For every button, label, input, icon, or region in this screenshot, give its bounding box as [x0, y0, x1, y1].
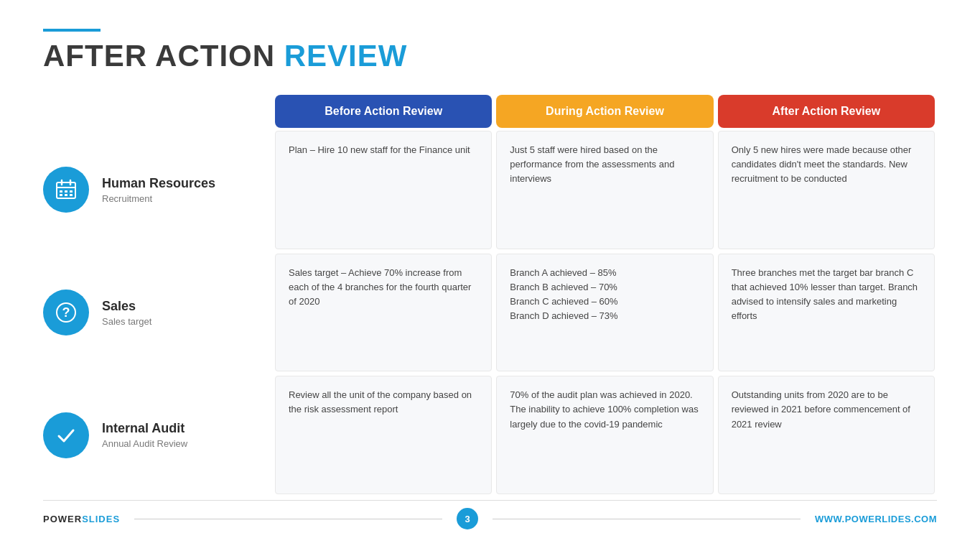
question-icon: ?	[55, 301, 78, 324]
footer: POWERSLIDES 3 WWW.POWERLIDES.COM	[43, 500, 937, 529]
sales-before-cell: Sales target – Achieve 70% increase from…	[275, 254, 492, 372]
page: AFTER ACTION REVIEW Before Action Review…	[0, 0, 980, 551]
table-section: Before Action Review During Action Revie…	[43, 95, 937, 494]
main-title: AFTER ACTION REVIEW	[43, 39, 937, 73]
calendar-icon	[55, 178, 78, 201]
audit-before-cell: Review all the unit of the company based…	[275, 376, 492, 494]
sales-title: Sales	[102, 299, 151, 314]
sales-label-text: Sales Sales target	[102, 299, 151, 327]
title-bar	[43, 29, 101, 32]
hr-subtitle: Recruitment	[102, 193, 215, 204]
footer-line-right	[493, 519, 801, 519]
row-label-sales: ? Sales Sales target	[43, 254, 273, 372]
svg-rect-6	[70, 190, 73, 193]
footer-website: WWW.POWERLIDES.COM	[815, 514, 937, 524]
sales-after-text: Three branches met the target bar branch…	[732, 266, 921, 324]
hr-icon-circle	[43, 167, 89, 213]
title-section: AFTER ACTION REVIEW	[43, 29, 937, 73]
audit-after-text: Outstanding units from 2020 are to be re…	[732, 388, 921, 431]
row-label-audit: Internal Audit Annual Audit Review	[43, 376, 273, 494]
svg-text:?: ?	[62, 305, 70, 320]
hr-after-text: Only 5 new hires were made because other…	[732, 143, 921, 186]
hr-during-text: Just 5 staff were hired based on the per…	[510, 143, 699, 186]
sales-during-text: Branch A achieved – 85% Branch B achieve…	[510, 266, 617, 324]
hr-title: Human Resources	[102, 176, 215, 191]
check-icon	[55, 424, 78, 447]
hr-label-text: Human Resources Recruitment	[102, 176, 215, 204]
title-part2: REVIEW	[284, 39, 408, 73]
svg-rect-8	[65, 194, 67, 196]
col-header-before: Before Action Review	[275, 95, 492, 128]
audit-subtitle: Annual Audit Review	[102, 438, 187, 449]
table-row: Internal Audit Annual Audit Review Revie…	[43, 376, 937, 494]
col-header-after: After Action Review	[718, 95, 935, 128]
audit-label-text: Internal Audit Annual Audit Review	[102, 421, 187, 449]
sales-before-text: Sales target – Achieve 70% increase from…	[289, 266, 478, 309]
svg-rect-9	[70, 194, 73, 196]
table-row: ? Sales Sales target Sales target – Achi…	[43, 254, 937, 372]
sales-during-cell: Branch A achieved – 85% Branch B achieve…	[496, 254, 713, 372]
footer-line-left	[134, 519, 442, 519]
hr-before-text: Plan – Hire 10 new staff for the Finance…	[289, 143, 470, 157]
footer-brand-bold: POWER	[43, 514, 82, 524]
audit-title: Internal Audit	[102, 421, 187, 436]
col-header-during: During Action Review	[496, 95, 713, 128]
audit-icon-circle	[43, 412, 89, 458]
hr-during-cell: Just 5 staff were hired based on the per…	[496, 131, 713, 249]
table-row: Human Resources Recruitment Plan – Hire …	[43, 131, 937, 249]
audit-during-text: 70% of the audit plan was achieved in 20…	[510, 388, 699, 431]
title-part1: AFTER ACTION	[43, 39, 284, 73]
table-header-row: Before Action Review During Action Revie…	[43, 95, 937, 128]
table-body: Human Resources Recruitment Plan – Hire …	[43, 131, 937, 494]
row-label-hr: Human Resources Recruitment	[43, 131, 273, 249]
sales-icon-circle: ?	[43, 290, 89, 335]
footer-brand-blue: SLIDES	[82, 514, 120, 524]
sales-subtitle: Sales target	[102, 316, 151, 327]
footer-brand: POWERSLIDES	[43, 514, 120, 524]
svg-rect-4	[60, 190, 62, 193]
hr-before-cell: Plan – Hire 10 new staff for the Finance…	[275, 131, 492, 249]
hr-after-cell: Only 5 new hires were made because other…	[718, 131, 935, 249]
audit-before-text: Review all the unit of the company based…	[289, 388, 478, 417]
sales-after-cell: Three branches met the target bar branch…	[718, 254, 935, 372]
audit-during-cell: 70% of the audit plan was achieved in 20…	[496, 376, 713, 494]
footer-page-number: 3	[457, 508, 478, 529]
svg-rect-7	[60, 194, 62, 196]
audit-after-cell: Outstanding units from 2020 are to be re…	[718, 376, 935, 494]
svg-rect-5	[65, 190, 67, 193]
col-empty	[43, 95, 273, 128]
